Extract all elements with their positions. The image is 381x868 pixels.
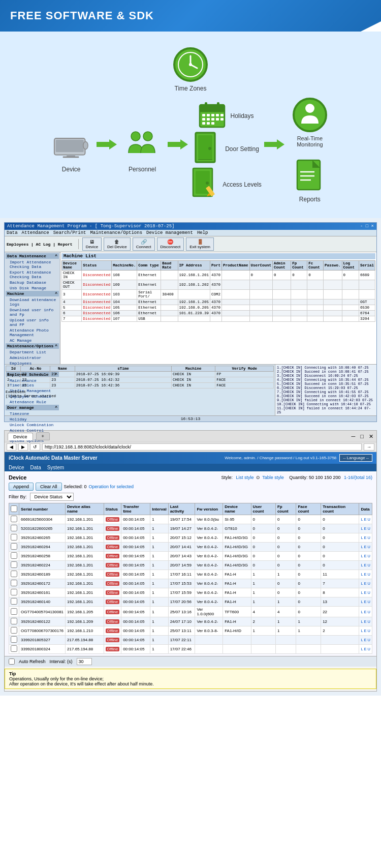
list-style-btn[interactable]: List style — [236, 475, 253, 480]
table-style-btn[interactable]: Table style — [262, 475, 284, 480]
sidebar-backup[interactable]: Backup Database — [6, 280, 59, 285]
row-checkbox[interactable] — [11, 636, 17, 643]
nav-data[interactable]: Data — [30, 465, 41, 470]
sidebar-import[interactable]: Import Attendance Checking Data — [6, 259, 59, 270]
table-row[interactable]: 3929182460265192.168.1.201Offline00:00:1… — [9, 533, 372, 543]
win-menubar[interactable]: Data Attendance Search/Print Maintenance… — [5, 230, 376, 236]
table-row[interactable]: 3399201805327217.65.194.88Offline00:00:1… — [9, 636, 372, 645]
menu-data[interactable]: Data — [7, 230, 18, 235]
sidebar-unlock[interactable]: Unlock Combination — [6, 422, 59, 428]
leu-badge[interactable]: L E U — [361, 590, 370, 595]
row-checkbox[interactable] — [11, 645, 17, 652]
filter-select[interactable]: Device Status — [30, 493, 74, 501]
nav-system[interactable]: System — [47, 465, 64, 470]
table-row[interactable]: OGT708006707300176192.168.1.210Offline00… — [9, 626, 372, 636]
connect-btn[interactable]: 🔗Connect — [133, 237, 155, 251]
row-checkbox[interactable] — [11, 589, 17, 595]
address-bar[interactable]: http://192.168.1.88:8082/iclock/data/icl… — [42, 443, 362, 451]
row-checkbox[interactable] — [11, 561, 17, 568]
row-checkbox[interactable] — [11, 516, 17, 522]
row-checkbox[interactable] — [11, 552, 17, 559]
row-checkbox[interactable] — [11, 598, 17, 605]
row-checkbox[interactable] — [11, 580, 17, 586]
leu-badge[interactable]: L E U — [361, 581, 370, 586]
leu-badge[interactable]: L E U — [361, 535, 370, 540]
row-checkbox[interactable] — [11, 627, 17, 634]
table-row[interactable]: 52031822600265192.168.1.201Offline00:00:… — [9, 524, 372, 533]
row-checkbox[interactable] — [11, 618, 17, 624]
leu-badge[interactable]: L E U — [361, 628, 370, 633]
table-row[interactable]: 4 Disconnected 104 Ethernet 192.168.1.20… — [62, 300, 375, 305]
browser-maximize[interactable]: □ — [360, 433, 364, 439]
sidebar-download-fp[interactable]: Download user info and Fp — [6, 307, 59, 317]
leu-badge[interactable]: L E U — [361, 647, 370, 651]
disconnect-btn[interactable]: ⛔Disconnect — [157, 237, 184, 251]
leu-badge[interactable]: L E U — [361, 563, 370, 567]
nav-device[interactable]: Device — [9, 465, 24, 470]
event-row[interactable]: 22323 2018-07-25 16:42:32CHECK INFACE — [6, 377, 274, 383]
row-checkbox[interactable] — [11, 543, 17, 550]
sidebar-maintenance-opts[interactable]: Maintenance/Options^ — [6, 343, 59, 349]
leu-badge[interactable]: L E U — [361, 600, 370, 604]
leu-badge[interactable]: L E U — [361, 517, 370, 522]
sidebar-ac[interactable]: AC Manage — [6, 338, 59, 343]
win-controls[interactable]: - □ × — [360, 224, 374, 229]
sidebar-export[interactable]: Export Attendance Checking Data — [6, 270, 59, 280]
event-row[interactable]: 12323 2018-07-25 16:09:39CHECK INFP — [6, 372, 274, 377]
exit-btn[interactable]: 🚪Exit system — [186, 237, 214, 251]
go-btn[interactable]: → — [364, 443, 374, 451]
table-row[interactable]: 3929182460264192.168.1.201Offline00:00:1… — [9, 543, 372, 552]
table-row[interactable]: 3929182460122192.168.1.209Offline00:00:1… — [9, 617, 372, 626]
table-row[interactable]: 6 Disconnected 106 Ethernet 101.81.228.3… — [62, 311, 375, 316]
row-checkbox[interactable] — [11, 608, 17, 615]
leu-badge[interactable]: L E U — [361, 610, 370, 614]
table-row[interactable]: CHECK OUT Disconnected 109 Ethernet 192.… — [62, 280, 375, 290]
refresh-btn[interactable]: ↺ — [30, 443, 40, 451]
sidebar-dept[interactable]: Department List — [6, 349, 59, 355]
table-row[interactable]: 3929182460189192.168.1.201Offline00:00:1… — [9, 570, 372, 579]
leu-badge[interactable]: L E U — [361, 619, 370, 624]
table-row[interactable]: 7 Disconnected 107 USB — [62, 316, 375, 322]
iclock-nav[interactable]: Device Data System — [5, 464, 376, 472]
append-btn[interactable]: Append — [9, 483, 34, 491]
leu-badge[interactable]: L E U — [361, 545, 370, 549]
table-row[interactable]: 3929182460172192.168.1.201Offline00:00:1… — [9, 579, 372, 588]
interval-input[interactable] — [77, 658, 92, 665]
leu-badge[interactable]: L E U — [361, 554, 370, 558]
leu-badge[interactable]: L E U — [361, 638, 370, 642]
browser-minimize[interactable]: ─ — [352, 433, 356, 439]
toolbar-tabs[interactable]: Employees | AC Log | Report — [7, 242, 73, 247]
row-checkbox[interactable] — [11, 525, 17, 531]
menu-search[interactable]: Search/Print — [53, 230, 86, 235]
del-device-btn[interactable]: 🗑Del Device — [104, 237, 131, 251]
leu-badge[interactable]: L E U — [361, 572, 370, 577]
sidebar-holiday[interactable]: Holiday — [6, 416, 59, 422]
browser-tab-active[interactable]: Device — [8, 433, 33, 440]
table-row[interactable]: 3929182460258192.168.1.201Offline00:00:1… — [9, 552, 372, 561]
table-row[interactable]: 3 Disconnected 103 Serial Port/ 38400 CO… — [62, 290, 375, 300]
sidebar-usb[interactable]: Usb Disk Manage — [6, 285, 59, 291]
browser-tab-plus[interactable]: + — [36, 432, 50, 440]
menu-device[interactable]: Device management — [146, 230, 193, 235]
clear-all-btn[interactable]: Clear All — [36, 483, 62, 491]
language-btn[interactable]: -- Language -- — [339, 454, 372, 462]
forward-btn[interactable]: ▶ — [18, 443, 28, 451]
table-row[interactable]: 3929182460161192.168.1.201Offline00:00:1… — [9, 588, 372, 597]
sidebar-data-maintenance[interactable]: Data Maintenance^ — [6, 253, 59, 259]
table-row[interactable]: 3929182460140192.168.1.201Offline00:00:1… — [9, 597, 372, 607]
table-row[interactable]: CHECK IN Disconnected 108 Ethernet 192.1… — [62, 271, 375, 280]
event-row[interactable]: 32323 2018-07-25 16:42:36CHECK INFACE — [6, 383, 274, 388]
menu-attendance[interactable]: Attendance — [22, 230, 49, 235]
sidebar-upload-fp[interactable]: Upload user info and FP — [6, 317, 59, 327]
table-row[interactable]: 66691825600304192.168.1.201Offline00:00:… — [9, 515, 372, 524]
browser-close[interactable]: ✕ — [369, 433, 373, 440]
sidebar-admin[interactable]: Administrator — [6, 355, 59, 361]
table-row[interactable]: 3399201800324217.65.194.88Offline00:00:1… — [9, 645, 372, 654]
sidebar-photo[interactable]: Attendance Photo Management — [6, 327, 59, 338]
operation-label[interactable]: Operation for selected — [89, 484, 134, 489]
table-row[interactable]: 5 Disconnected 105 Ethernet 192.168.0.20… — [62, 305, 375, 311]
menu-maintenance[interactable]: Maintenance/Options — [90, 230, 142, 235]
device-btn[interactable]: 🖥Device — [82, 237, 102, 251]
select-all-checkbox[interactable] — [11, 505, 17, 512]
auto-refresh-checkbox[interactable] — [9, 659, 15, 665]
